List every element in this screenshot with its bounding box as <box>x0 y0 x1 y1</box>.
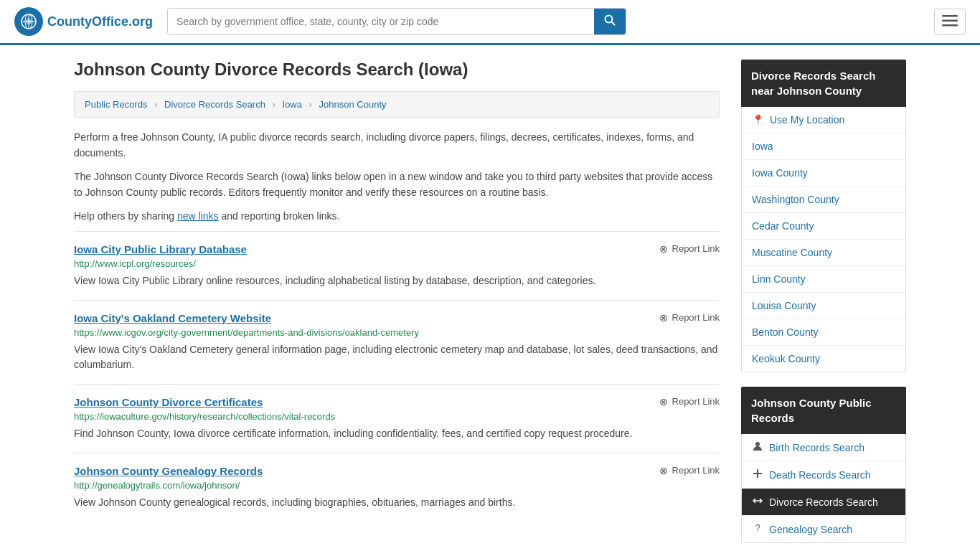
logo-text: CountyOffice.org <box>47 14 153 29</box>
report-link-label: Report Link <box>672 465 720 476</box>
nearby-county-item[interactable]: Cedar County <box>742 213 905 240</box>
resource-header: Iowa City's Oakland Cemetery Website ⊗ R… <box>74 312 720 324</box>
nearby-county-item[interactable]: Iowa <box>742 133 905 160</box>
resource-card-genealogy-records: Johnson County Genealogy Records ⊗ Repor… <box>74 453 720 522</box>
resource-description: Find Johnson County, Iowa divorce certif… <box>74 426 720 441</box>
cross-icon <box>752 468 763 481</box>
use-my-location-label: Use My Location <box>770 114 844 126</box>
report-link-button[interactable]: ⊗ Report Link <box>659 312 720 324</box>
use-my-location[interactable]: 📍 Use My Location <box>742 107 905 133</box>
arrows-icon <box>752 496 763 508</box>
resource-url: https://www.icgov.org/city-government/de… <box>74 327 720 338</box>
nearby-section: Divorce Records Search near Johnson Coun… <box>741 60 906 372</box>
public-record-item[interactable]: Birth Records Search <box>742 434 905 461</box>
logo[interactable]: CountyOffice.org <box>14 7 153 36</box>
nearby-header: Divorce Records Search near Johnson Coun… <box>741 60 906 107</box>
svg-rect-7 <box>942 15 958 17</box>
breadcrumb: Public Records › Divorce Records Search … <box>74 91 720 118</box>
nearby-counties-list: IowaIowa CountyWashington CountyCedar Co… <box>742 133 905 372</box>
question-icon: ? <box>752 523 763 535</box>
nearby-county-item[interactable]: Muscatine County <box>742 240 905 266</box>
svg-point-5 <box>606 16 613 23</box>
breadcrumb-sep-1: › <box>154 99 157 110</box>
nearby-county-item[interactable]: Washington County <box>742 187 905 213</box>
public-record-item[interactable]: Divorce Records Search <box>742 489 905 516</box>
content-area: Johnson County Divorce Records Search (I… <box>74 60 720 551</box>
flag-icon: ⊗ <box>659 243 668 255</box>
flag-icon: ⊗ <box>659 396 668 408</box>
sidebar-item-label: Genealogy Search <box>769 524 852 535</box>
nearby-body: 📍 Use My Location IowaIowa CountyWashing… <box>741 107 906 372</box>
breadcrumb-public-records[interactable]: Public Records <box>85 99 147 110</box>
page-title: Johnson County Divorce Records Search (I… <box>74 60 720 80</box>
breadcrumb-johnson-county[interactable]: Johnson County <box>319 99 387 110</box>
nearby-county-item[interactable]: Iowa County <box>742 160 905 187</box>
nearby-county-item[interactable]: Keokuk County <box>742 346 905 372</box>
resource-url: http://genealogytrails.com/iowa/johnson/ <box>74 480 720 491</box>
logo-icon <box>14 7 43 36</box>
breadcrumb-sep-3: › <box>309 99 312 110</box>
resource-header: Johnson County Genealogy Records ⊗ Repor… <box>74 465 720 477</box>
svg-rect-8 <box>942 19 958 22</box>
search-bar <box>167 8 626 35</box>
intro-text-2: The Johnson County Divorce Records Searc… <box>74 169 720 201</box>
resource-title[interactable]: Iowa City Public Library Database <box>74 243 247 255</box>
svg-rect-12 <box>753 473 762 474</box>
breadcrumb-sep-2: › <box>273 99 275 110</box>
nearby-county-item[interactable]: Benton County <box>742 319 905 346</box>
nearby-county-item[interactable]: Linn County <box>742 266 905 293</box>
breadcrumb-iowa[interactable]: Iowa <box>283 99 302 110</box>
pin-icon: 📍 <box>752 114 764 126</box>
resource-description: View Johnson County genealogical records… <box>74 495 720 510</box>
sidebar: Divorce Records Search near Johnson Coun… <box>741 60 906 551</box>
report-link-label: Report Link <box>672 312 720 323</box>
public-record-item[interactable]: ? Genealogy Search <box>742 516 905 542</box>
resource-title[interactable]: Iowa City's Oakland Cemetery Website <box>74 312 271 324</box>
svg-text:?: ? <box>755 523 760 533</box>
resource-url: http://www.icpl.org/resources/ <box>74 258 720 269</box>
flag-icon: ⊗ <box>659 465 668 476</box>
resource-description: View Iowa City's Oakland Cemetery genera… <box>74 342 720 372</box>
resource-card-oakland-cemetery: Iowa City's Oakland Cemetery Website ⊗ R… <box>74 300 720 384</box>
sidebar-item-label: Birth Records Search <box>769 442 864 453</box>
search-button[interactable] <box>594 9 626 34</box>
flag-icon: ⊗ <box>659 312 668 324</box>
report-link-label: Report Link <box>672 243 720 254</box>
svg-point-10 <box>755 442 760 446</box>
public-records-body: Birth Records Search Death Records Searc… <box>741 434 906 543</box>
report-link-label: Report Link <box>672 396 720 407</box>
person-icon <box>752 441 763 453</box>
public-records-section: Johnson County Public Records Birth Reco… <box>741 387 906 543</box>
resource-card-divorce-certificates: Johnson County Divorce Certificates ⊗ Re… <box>74 384 720 453</box>
resource-title[interactable]: Johnson County Divorce Certificates <box>74 396 263 408</box>
public-record-item[interactable]: Death Records Search <box>742 461 905 489</box>
svg-rect-9 <box>942 24 958 27</box>
search-input[interactable] <box>168 10 594 33</box>
resource-card-iowa-city-library: Iowa City Public Library Database ⊗ Repo… <box>74 231 720 300</box>
sidebar-item-label: Divorce Records Search <box>769 496 878 508</box>
intro-text-1: Perform a free Johnson County, IA public… <box>74 129 720 161</box>
report-link-button[interactable]: ⊗ Report Link <box>659 243 720 255</box>
report-link-button[interactable]: ⊗ Report Link <box>659 465 720 476</box>
resource-header: Johnson County Divorce Certificates ⊗ Re… <box>74 396 720 408</box>
public-records-list: Birth Records Search Death Records Searc… <box>742 434 905 542</box>
resource-url: https://iowaculture.gov/history/research… <box>74 411 720 422</box>
nearby-county-item[interactable]: Louisa County <box>742 293 905 319</box>
menu-button[interactable] <box>934 9 966 35</box>
breadcrumb-divorce-records[interactable]: Divorce Records Search <box>164 99 265 110</box>
public-records-header: Johnson County Public Records <box>741 387 906 434</box>
resources-list: Iowa City Public Library Database ⊗ Repo… <box>74 231 720 522</box>
resource-title[interactable]: Johnson County Genealogy Records <box>74 465 263 477</box>
sidebar-item-label: Death Records Search <box>769 469 871 481</box>
intro-text-3: Help others by sharing new links and rep… <box>74 208 720 224</box>
new-links[interactable]: new links <box>177 210 219 222</box>
report-link-button[interactable]: ⊗ Report Link <box>659 396 720 408</box>
resource-description: View Iowa City Public Library online res… <box>74 273 720 288</box>
svg-line-6 <box>612 22 616 26</box>
resource-header: Iowa City Public Library Database ⊗ Repo… <box>74 243 720 255</box>
